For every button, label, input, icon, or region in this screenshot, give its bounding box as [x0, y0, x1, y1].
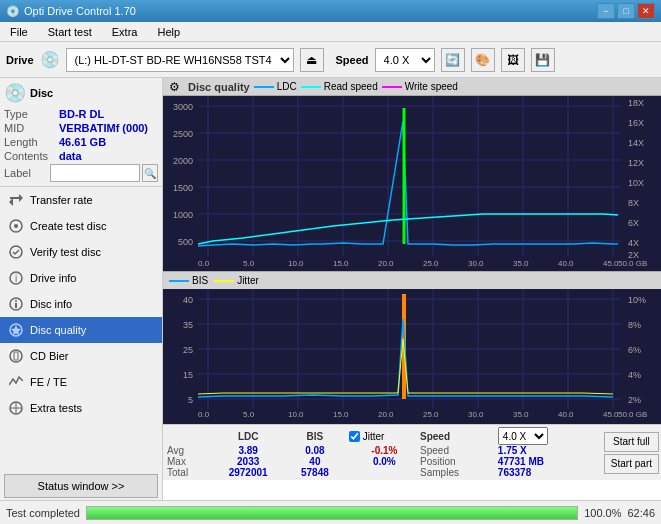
speed-value-select[interactable]: 4.0 X — [498, 427, 548, 445]
svg-text:1500: 1500 — [173, 183, 193, 193]
status-text: Test completed — [6, 507, 80, 519]
settings-button2[interactable]: 🖼 — [501, 48, 525, 72]
disc-contents-row: Contents data — [4, 150, 158, 162]
save-button[interactable]: 💾 — [531, 48, 555, 72]
sidebar-item-create-test-disc[interactable]: Create test disc — [0, 213, 162, 239]
app-icon: 💿 — [6, 5, 20, 18]
refresh-button[interactable]: 🔄 — [441, 48, 465, 72]
disc-quality-icon — [8, 322, 24, 338]
create-test-disc-icon — [8, 218, 24, 234]
bottom-stats: LDC BIS Jitter Speed 4.0 X — [163, 424, 661, 480]
status-window-button[interactable]: Status window >> — [4, 474, 158, 498]
sidebar-item-transfer-rate[interactable]: Transfer rate — [0, 187, 162, 213]
menu-start-test[interactable]: Start test — [42, 24, 98, 40]
menubar: File Start test Extra Help — [0, 22, 661, 42]
svg-text:40.0: 40.0 — [558, 259, 574, 268]
jitter-checkbox-container: Jitter — [349, 431, 420, 442]
write-speed-legend: Write speed — [382, 81, 458, 92]
drive-info-icon: i — [8, 270, 24, 286]
svg-text:i: i — [15, 273, 17, 284]
svg-text:4X: 4X — [628, 238, 639, 248]
chart-top-svg: 3000 2500 2000 1500 1000 500 18X 16X 14X… — [163, 96, 661, 271]
disc-label-btn[interactable]: 🔍 — [142, 164, 158, 182]
svg-marker-1 — [19, 194, 23, 202]
disc-mid-label: MID — [4, 122, 59, 134]
position-label: Position — [420, 456, 498, 467]
svg-rect-10 — [15, 303, 17, 308]
drive-label: Drive — [6, 54, 34, 66]
disc-label-input[interactable] — [50, 164, 140, 182]
titlebar-controls: − □ ✕ — [597, 3, 655, 19]
menu-help[interactable]: Help — [151, 24, 186, 40]
start-full-button[interactable]: Start full — [604, 432, 659, 452]
ldc-legend-color — [254, 86, 274, 88]
content-area: ⚙ Disc quality LDC Read speed Write spee… — [163, 78, 661, 500]
svg-text:500: 500 — [178, 237, 193, 247]
sidebar-item-extra-tests[interactable]: Extra tests — [0, 395, 162, 421]
svg-text:40: 40 — [183, 295, 193, 305]
sidebar-item-label-cd-bier: CD Bier — [30, 350, 69, 362]
chart-top: 3000 2500 2000 1500 1000 500 18X 16X 14X… — [163, 96, 661, 271]
sidebar-item-fe-te[interactable]: FE / TE — [0, 369, 162, 395]
svg-text:45.0: 45.0 — [603, 410, 619, 419]
disc-section: 💿 Disc Type BD-R DL MID VERBATIMf (000) … — [0, 78, 162, 187]
disc-info-icon — [8, 296, 24, 312]
read-speed-legend-color — [301, 86, 321, 88]
sidebar-item-cd-bier[interactable]: CD Bier — [0, 343, 162, 369]
close-button[interactable]: ✕ — [637, 3, 655, 19]
statusbar: Test completed 100.0% 62:46 — [0, 500, 661, 524]
svg-text:12X: 12X — [628, 158, 644, 168]
speed-select[interactable]: 4.0 X — [375, 48, 435, 72]
sidebar-item-label-drive-info: Drive info — [30, 272, 76, 284]
speed-col-header: Speed — [420, 427, 498, 445]
progress-text: 100.0% — [584, 507, 621, 519]
jitter-checkbox[interactable] — [349, 431, 360, 442]
chart-header: ⚙ Disc quality LDC Read speed Write spee… — [163, 78, 661, 96]
disc-type-label: Type — [4, 108, 59, 120]
transfer-rate-icon — [8, 192, 24, 208]
svg-text:0.0: 0.0 — [198, 410, 210, 419]
start-part-button[interactable]: Start part — [604, 454, 659, 474]
read-speed-legend: Read speed — [301, 81, 378, 92]
svg-text:0.0: 0.0 — [198, 259, 210, 268]
maximize-button[interactable]: □ — [617, 3, 635, 19]
app-title: Opti Drive Control 1.70 — [24, 5, 136, 17]
svg-text:15.0: 15.0 — [333, 259, 349, 268]
svg-text:8X: 8X — [628, 198, 639, 208]
write-speed-legend-color — [382, 86, 402, 88]
sidebar-item-label-extra-tests: Extra tests — [30, 402, 82, 414]
ldc-total: 2972001 — [209, 467, 287, 478]
ldc-legend: LDC — [254, 81, 297, 92]
disc-contents-label: Contents — [4, 150, 59, 162]
sidebar-item-label-disc-quality: Disc quality — [30, 324, 86, 336]
bis-legend-color — [169, 280, 189, 282]
verify-test-disc-icon — [8, 244, 24, 260]
eject-button[interactable]: ⏏ — [300, 48, 324, 72]
disc-type-row: Type BD-R DL — [4, 108, 158, 120]
drive-select[interactable]: (L:) HL-DT-ST BD-RE WH16NS58 TST4 — [66, 48, 294, 72]
toolbar: Drive 💿 (L:) HL-DT-ST BD-RE WH16NS58 TST… — [0, 42, 661, 78]
svg-text:2000: 2000 — [173, 156, 193, 166]
minimize-button[interactable]: − — [597, 3, 615, 19]
svg-text:50.0 GB: 50.0 GB — [618, 259, 647, 268]
sidebar-item-verify-test-disc[interactable]: Verify test disc — [0, 239, 162, 265]
sidebar-item-disc-info[interactable]: Disc info — [0, 291, 162, 317]
bis-total: 57848 — [287, 467, 343, 478]
ldc-max: 2033 — [209, 456, 287, 467]
svg-text:20.0: 20.0 — [378, 410, 394, 419]
svg-text:50.0 GB: 50.0 GB — [618, 410, 647, 419]
sidebar: 💿 Disc Type BD-R DL MID VERBATIMf (000) … — [0, 78, 163, 500]
titlebar-title: 💿 Opti Drive Control 1.70 — [6, 5, 136, 18]
main-layout: 💿 Disc Type BD-R DL MID VERBATIMf (000) … — [0, 78, 661, 500]
svg-text:10%: 10% — [628, 295, 646, 305]
menu-file[interactable]: File — [4, 24, 34, 40]
cd-bier-icon — [8, 348, 24, 364]
sidebar-item-disc-quality[interactable]: Disc quality — [0, 317, 162, 343]
settings-button1[interactable]: 🎨 — [471, 48, 495, 72]
disc-mid-row: MID VERBATIMf (000) — [4, 122, 158, 134]
svg-text:35.0: 35.0 — [513, 410, 529, 419]
sidebar-item-drive-info[interactable]: i Drive info — [0, 265, 162, 291]
svg-text:6X: 6X — [628, 218, 639, 228]
menu-extra[interactable]: Extra — [106, 24, 144, 40]
extra-tests-icon — [8, 400, 24, 416]
